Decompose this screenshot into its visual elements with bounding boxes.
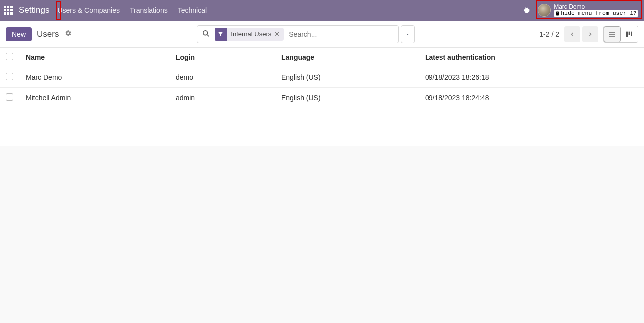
highlight-box-menu	[56, 1, 61, 20]
table-row[interactable]: Mitchell Admin admin English (US) 09/18/…	[0, 88, 644, 108]
select-all-checkbox[interactable]	[6, 53, 13, 60]
pager-next-button[interactable]	[582, 26, 598, 42]
users-table-wrap: Name Login Language Latest authenticatio…	[0, 48, 644, 146]
apps-menu-icon[interactable]	[4, 6, 13, 15]
svg-rect-6	[629, 31, 630, 35]
table-footer-space	[0, 127, 644, 146]
filter-chip: Internal Users ✕	[227, 28, 284, 41]
list-icon	[608, 30, 616, 38]
search-input[interactable]	[284, 30, 398, 38]
cell-language: English (US)	[275, 88, 419, 108]
svg-point-0	[203, 30, 208, 35]
right-controls: 1-2 / 2	[539, 26, 638, 43]
cell-language: English (US)	[275, 67, 419, 88]
svg-line-1	[207, 34, 209, 36]
pager-buttons	[564, 26, 598, 42]
table-row[interactable]: Marc Demo demo English (US) 09/18/2023 1…	[0, 67, 644, 88]
cell-last-auth: 09/18/2023 18:26:18	[419, 67, 644, 88]
filter-chip-label: Internal Users	[231, 30, 271, 38]
svg-rect-2	[609, 32, 615, 32]
view-list-button[interactable]	[604, 26, 621, 42]
funnel-icon	[217, 31, 224, 37]
app-title[interactable]: Settings	[19, 5, 49, 15]
chevron-right-icon	[587, 31, 593, 37]
svg-rect-4	[609, 36, 615, 36]
cell-login: demo	[170, 67, 275, 88]
view-switcher	[603, 26, 638, 43]
users-table: Name Login Language Latest authenticatio…	[0, 48, 644, 108]
top-navbar: Settings Users & Companies Translations …	[0, 0, 644, 21]
nav-menu: Users & Companies Translations Technical	[52, 0, 212, 21]
view-kanban-button[interactable]	[621, 26, 638, 42]
chevron-left-icon	[569, 31, 575, 37]
cell-name: Marc Demo	[20, 67, 170, 88]
filter-chip-close-icon[interactable]: ✕	[274, 30, 280, 38]
row-checkbox[interactable]	[6, 73, 13, 80]
kanban-icon	[625, 30, 633, 38]
nav-item-translations[interactable]: Translations	[125, 0, 173, 21]
table-footer-space	[0, 108, 644, 127]
cell-last-auth: 09/18/2023 18:24:48	[419, 88, 644, 108]
search-icon[interactable]	[197, 30, 215, 39]
svg-rect-7	[631, 31, 632, 36]
search-options-dropdown[interactable]	[401, 25, 415, 43]
new-button[interactable]: New	[6, 27, 32, 41]
control-bar: New Users Internal Users ✕	[0, 21, 644, 48]
col-header-language[interactable]: Language	[275, 48, 419, 67]
filter-chip-icon	[215, 28, 227, 41]
nav-item-users-companies[interactable]: Users & Companies	[52, 0, 125, 21]
gear-icon[interactable]	[65, 30, 72, 38]
col-header-name[interactable]: Name	[20, 48, 170, 67]
svg-rect-3	[609, 34, 615, 34]
col-header-login[interactable]: Login	[170, 48, 275, 67]
breadcrumb: Users	[37, 29, 59, 39]
nav-item-technical[interactable]: Technical	[173, 0, 212, 21]
svg-rect-5	[626, 31, 628, 37]
search-area: Internal Users ✕	[197, 25, 415, 43]
highlight-box-user	[536, 0, 642, 19]
pager-text[interactable]: 1-2 / 2	[539, 30, 559, 38]
search-box[interactable]: Internal Users ✕	[197, 25, 399, 43]
debug-icon[interactable]	[523, 6, 531, 14]
row-checkbox[interactable]	[6, 93, 13, 101]
pager-prev-button[interactable]	[564, 26, 580, 42]
cell-login: admin	[170, 88, 275, 108]
caret-down-icon	[405, 32, 410, 37]
cell-name: Mitchell Admin	[20, 88, 170, 108]
col-header-last-auth[interactable]: Latest authentication	[419, 48, 644, 67]
